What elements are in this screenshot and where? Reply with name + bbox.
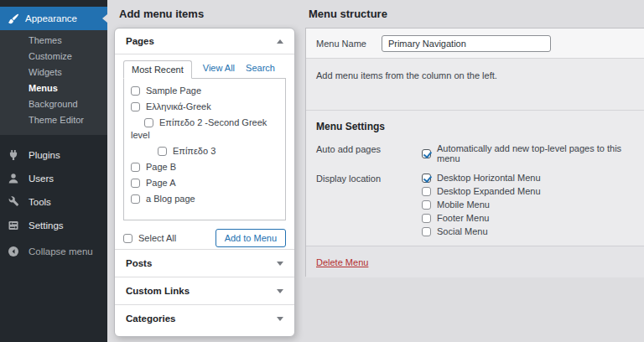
checkbox[interactable] [422,187,431,196]
section-title: Custom Links [126,286,190,296]
sidebar-item-label: Tools [29,197,51,207]
checkbox[interactable] [422,174,431,183]
checkbox[interactable] [422,149,431,158]
tools-icon [8,196,19,208]
accordion-section-custom-links[interactable]: Custom Links [115,277,294,304]
plugin-icon [8,149,19,161]
checkbox[interactable] [131,163,140,172]
checkbox[interactable] [131,102,140,111]
menu-structure-panel: Menu Name Add menu items from the column… [305,28,644,277]
option-label: Automatically add new top-level pages to… [437,143,634,163]
chevron-down-icon [277,317,283,321]
sidebar-item-settings[interactable]: Settings [0,214,107,237]
settings-icon [8,220,19,231]
wordpress-menus-screen: Appearance Themes Customize Widgets Menu… [0,0,644,342]
appearance-brush-icon [8,13,18,24]
panel-footer: Delete Menu [306,246,644,277]
checkbox[interactable] [131,194,140,204]
sidebar-item-widgets[interactable]: Widgets [0,65,107,80]
menu-settings-title: Menu Settings [316,121,634,132]
drag-instructions: Add menu items from the column on the le… [306,59,644,110]
checkbox[interactable] [158,147,167,156]
collapse-menu-button[interactable]: Collapse menu [0,240,107,263]
option-label: Mobile Menu [437,200,490,210]
add-menu-items-title: Add menu items [107,0,302,20]
chevron-down-icon [277,289,283,293]
accordion-section-categories[interactable]: Categories [115,304,294,332]
checkbox[interactable] [422,227,431,236]
select-all-row: Select All Add to Menu [123,227,286,249]
page-checkbox-item[interactable]: Sample Page [124,83,285,99]
sidebar-item-label: Users [29,174,54,184]
sidebar-item-tools[interactable]: Tools [0,190,107,214]
auto-add-pages-label: Auto add pages [316,143,422,167]
sidebar-item-plugins[interactable]: Plugins [0,143,107,167]
page-checkbox-item[interactable]: Page B [124,159,285,175]
sidebar-top-items: Plugins Users Tools [0,143,107,263]
add-menu-items-column: Add menu items Pages Most Recent View Al… [107,0,302,342]
location-option-desktop-expanded[interactable]: Desktop Expanded Menu [422,186,541,196]
page-item-label: Ελληνικά-Greek [146,101,211,111]
menu-name-bar: Menu Name [306,28,644,59]
option-label: Desktop Horizontal Menu [437,173,541,183]
location-option-social[interactable]: Social Menu [422,226,541,236]
checkbox[interactable] [123,234,132,243]
sidebar-item-theme-editor[interactable]: Theme Editor [0,112,107,128]
page-item-label: a Blog page [146,194,195,204]
page-item-label: Page B [146,162,176,172]
chevron-up-icon [277,39,283,44]
sidebar-item-themes[interactable]: Themes [0,33,107,49]
page-checkbox-item[interactable]: Επίπεδο 2 -Second Greek level [124,115,285,143]
section-title: Categories [126,314,175,324]
page-item-label: Επίπεδο 3 [173,146,216,156]
collapse-menu-label: Collapse menu [29,246,93,256]
section-title: Posts [126,258,152,268]
tab-search[interactable]: Search [246,63,275,78]
checkbox[interactable] [144,118,153,127]
page-checkbox-item[interactable]: Ελληνικά-Greek [124,99,285,115]
sidebar-item-users[interactable]: Users [0,167,107,190]
users-icon [8,173,19,184]
sidebar-item-appearance[interactable]: Appearance [0,7,107,30]
sidebar-item-label: Settings [29,220,64,231]
auto-add-pages-option[interactable]: Automatically add new top-level pages to… [422,143,634,163]
location-option-desktop-horizontal[interactable]: Desktop Horizontal Menu [422,173,541,183]
accordion-section-posts[interactable]: Posts [115,249,294,277]
sidebar-item-background[interactable]: Background [0,96,107,112]
sidebar-item-label: Plugins [29,150,60,160]
option-label: Footer Menu [437,213,489,223]
accordion-section-pages[interactable]: Pages [115,28,294,54]
chevron-down-icon [277,262,283,266]
auto-add-pages-row: Auto add pages Automatically add new top… [316,143,634,167]
section-title: Pages [126,36,154,46]
location-option-mobile[interactable]: Mobile Menu [422,200,541,210]
pages-checklist: Sample Page Ελληνικά-Greek Επίπεδο 2 -Se… [123,78,286,220]
display-location-row: Display location Desktop Horizontal Menu… [316,173,634,240]
tab-view-all[interactable]: View All [203,63,235,78]
delete-menu-link[interactable]: Delete Menu [316,257,368,267]
page-checkbox-item[interactable]: Page A [124,175,285,191]
menu-structure-title: Menu structure [302,0,644,20]
tab-most-recent[interactable]: Most Recent [123,60,192,79]
admin-sidebar: Appearance Themes Customize Widgets Menu… [0,0,107,342]
sidebar-item-customize[interactable]: Customize [0,49,107,65]
checkbox[interactable] [422,214,431,223]
option-label: Desktop Expanded Menu [437,186,541,196]
option-label: Social Menu [437,226,488,236]
pages-tabs: Most Recent View All Search [123,58,286,78]
display-location-label: Display location [316,173,422,240]
page-checkbox-item[interactable]: a Blog page [124,191,285,207]
sidebar-item-menus[interactable]: Menus [0,80,107,96]
menu-name-input[interactable] [382,35,551,52]
checkbox[interactable] [131,86,140,96]
select-all-label: Select All [138,233,176,243]
select-all-checkbox[interactable]: Select All [123,233,176,243]
checkbox[interactable] [422,200,431,210]
location-option-footer[interactable]: Footer Menu [422,213,541,223]
page-checkbox-item[interactable]: Επίπεδο 3 [124,143,285,159]
page-item-label: Page A [146,178,175,188]
menu-name-label: Menu Name [316,39,366,49]
checkbox[interactable] [131,179,140,188]
page-item-label: Sample Page [146,86,201,96]
add-to-menu-button[interactable]: Add to Menu [216,229,286,247]
